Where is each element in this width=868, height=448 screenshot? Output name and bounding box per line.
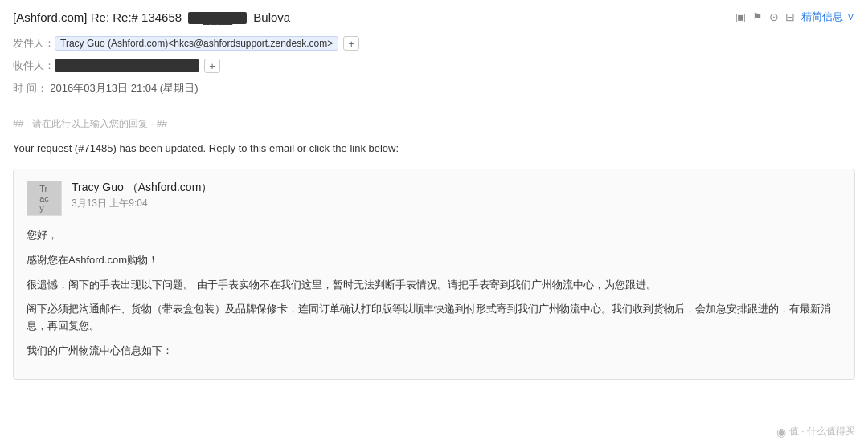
- to-row: 收件人： +: [13, 55, 855, 77]
- watermark-icon: ◉: [776, 426, 786, 438]
- email-subject: [Ashford.com] Re: Re:# 134658 ████ Bulov…: [13, 10, 735, 24]
- to-value: +: [55, 59, 855, 73]
- email-brand: Bulova: [253, 10, 290, 24]
- quoted-para-5: 我们的广州物流中心信息如下：: [27, 343, 841, 360]
- sender-name: Tracy Guo (Ashford.com)<hkcs@ashfordsupp…: [60, 38, 333, 49]
- quoted-para-1: 您好，: [27, 227, 841, 244]
- avatar: Tracy: [27, 181, 62, 216]
- watermark: ◉ 值 · 什么值得买: [776, 425, 855, 438]
- email-header: [Ashford.com] Re: Re:# 134658 ████ Bulov…: [0, 0, 868, 104]
- jingji-info-link[interactable]: 精简信息 ∨: [801, 10, 855, 24]
- print-icon[interactable]: ⊟: [785, 10, 795, 23]
- from-value: Tracy Guo (Ashford.com)<hkcs@ashfordsupp…: [55, 36, 855, 51]
- quoted-header: Tracy Tracy Guo （Ashford.com） 3月13日 上午9:…: [27, 181, 841, 216]
- time-label: 时 间：: [13, 82, 47, 94]
- quoted-sender-info: Tracy Guo （Ashford.com） 3月13日 上午9:04: [72, 181, 212, 210]
- from-label: 发件人：: [13, 36, 55, 51]
- time-value: 2016年03月13日 21:04 (星期日): [50, 82, 198, 94]
- add-cc-button[interactable]: +: [204, 59, 220, 73]
- quoted-para-4: 阁下必须把沟通邮件、货物（带表盒包装）及品牌保修卡，连同订单确认打印版等以顺丰快…: [27, 301, 841, 335]
- watermark-text: 值 · 什么值得买: [789, 425, 855, 438]
- bookmark-icon[interactable]: ▣: [735, 10, 746, 23]
- add-recipient-button[interactable]: +: [343, 36, 359, 51]
- title-row: [Ashford.com] Re: Re:# 134658 ████ Bulov…: [13, 10, 855, 32]
- time-row: 时 间： 2016年03月13日 21:04 (星期日): [13, 77, 855, 104]
- email-subject-text: [Ashford.com] Re: Re:# 134658: [13, 10, 182, 24]
- recipient-redacted: [55, 59, 199, 72]
- avatar-text: Tracy: [39, 184, 49, 213]
- from-row: 发件人： Tracy Guo (Ashford.com)<hkcs@ashfor…: [13, 32, 855, 55]
- reply-hint: ## - 请在此行以上输入您的回复 - ##: [13, 117, 855, 131]
- update-notification-text: Your request (#71485) has been updated. …: [13, 142, 855, 154]
- email-body: ## - 请在此行以上输入您的回复 - ## Your request (#71…: [0, 104, 868, 396]
- quoted-sender-name: Tracy Guo （Ashford.com）: [72, 181, 212, 195]
- quoted-sender-time: 3月13日 上午9:04: [72, 197, 212, 210]
- title-actions: ▣ ⚑ ⊙ ⊟ 精简信息 ∨: [735, 10, 855, 24]
- sender-tag[interactable]: Tracy Guo (Ashford.com)<hkcs@ashfordsupp…: [55, 36, 338, 51]
- to-label: 收件人：: [13, 59, 55, 73]
- quoted-content: 您好， 感谢您在Ashford.com购物！ 很遗憾，阁下的手表出现以下问题。 …: [27, 227, 841, 360]
- quoted-para-2: 感谢您在Ashford.com购物！: [27, 252, 841, 269]
- quoted-message-block: Tracy Tracy Guo （Ashford.com） 3月13日 上午9:…: [13, 169, 855, 380]
- email-container: [Ashford.com] Re: Re:# 134658 ████ Bulov…: [0, 0, 868, 448]
- flag-icon[interactable]: ⚑: [752, 10, 763, 23]
- clock-icon[interactable]: ⊙: [769, 10, 779, 23]
- redacted-id: ████: [188, 12, 247, 24]
- quoted-para-3: 很遗憾，阁下的手表出现以下问题。 由于手表实物不在我们这里，暂时无法判断手表情况…: [27, 277, 841, 294]
